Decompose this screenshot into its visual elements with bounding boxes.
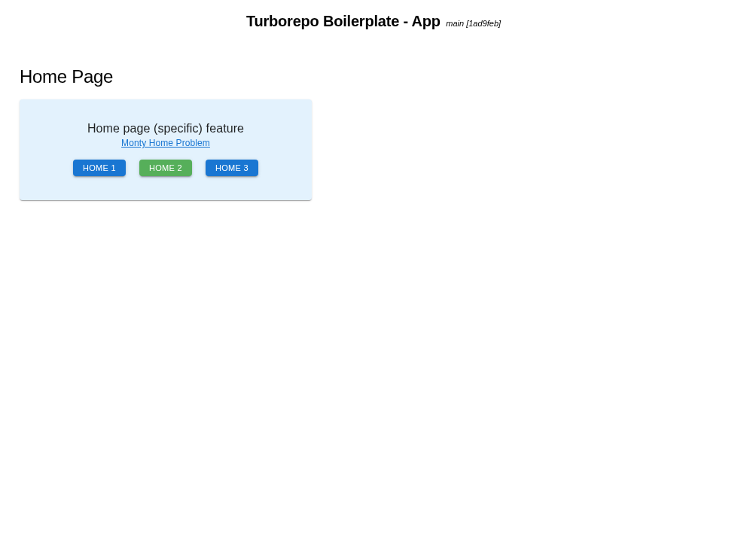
feature-card: Home page (specific) feature Monty Home … [20,99,312,200]
card-title: Home page (specific) feature [32,122,300,135]
home-3-button[interactable]: HOME 3 [206,160,258,176]
app-meta: main [1ad9feb] [446,19,501,28]
home-1-button[interactable]: HOME 1 [73,160,126,176]
app-header: Turborepo Boilerplate - App main [1ad9fe… [0,0,747,38]
page-title: Home Page [20,66,747,87]
home-2-button[interactable]: HOME 2 [139,160,192,176]
button-row: HOME 1 HOME 2 HOME 3 [32,160,300,176]
main-content: Home Page Home page (specific) feature M… [0,38,747,200]
app-title: Turborepo Boilerplate - App [246,13,441,29]
monty-home-problem-link[interactable]: Monty Home Problem [121,138,210,148]
